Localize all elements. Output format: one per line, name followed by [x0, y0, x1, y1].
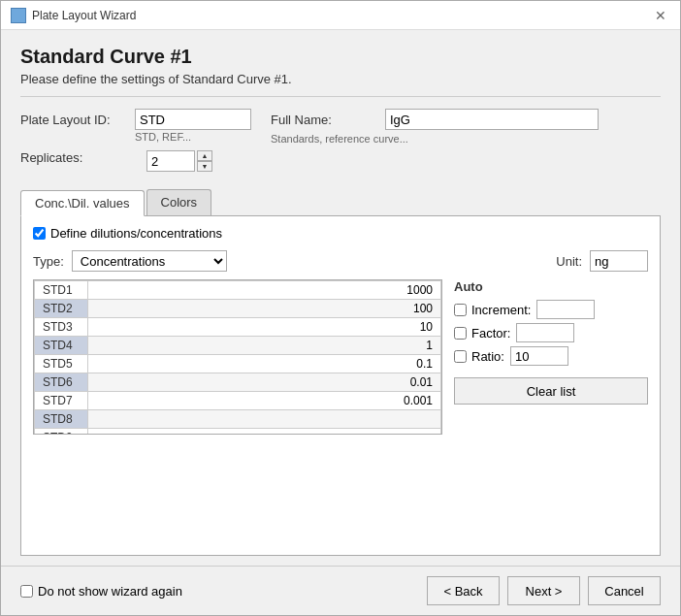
std-value-cell[interactable]: 0.01	[88, 373, 441, 392]
table-row: STD9	[35, 429, 441, 436]
ratio-row: Ratio:	[454, 346, 648, 366]
do-not-show-label[interactable]: Do not show wizard again	[20, 584, 182, 599]
define-checkbox-label[interactable]: Define dilutions/concentrations	[33, 226, 222, 241]
type-group: Type: Concentrations Dilutions	[33, 250, 227, 272]
ratio-checkbox-label[interactable]: Ratio:	[454, 349, 504, 364]
table-row: STD8	[35, 410, 441, 429]
factor-input[interactable]	[516, 323, 574, 342]
page-subtitle: Please define the settings of Standard C…	[20, 72, 661, 97]
unit-input[interactable]	[590, 250, 648, 272]
replicates-input[interactable]	[146, 150, 195, 172]
plate-layout-id-label: Plate Layout ID:	[20, 113, 127, 127]
app-icon	[11, 8, 26, 23]
title-bar: Plate Layout Wizard ✕	[1, 1, 680, 30]
increment-label: Increment:	[471, 303, 531, 317]
replicates-row: Replicates: ▲ ▼	[20, 150, 661, 172]
factor-checkbox[interactable]	[454, 327, 467, 340]
std-value-cell[interactable]: 10	[88, 318, 441, 337]
std-label-cell: STD8	[35, 410, 88, 429]
cancel-button[interactable]: Cancel	[588, 576, 661, 605]
std-value-cell[interactable]: 0.001	[88, 392, 441, 410]
std-value-cell[interactable]: 1000	[88, 281, 441, 300]
increment-checkbox-label[interactable]: Increment:	[454, 303, 531, 317]
do-not-show-checkbox[interactable]	[20, 585, 33, 598]
back-button[interactable]: < Back	[427, 576, 500, 605]
define-checkbox[interactable]	[33, 227, 46, 240]
factor-row: Factor:	[454, 323, 648, 342]
type-select[interactable]: Concentrations Dilutions	[72, 250, 227, 272]
table-row: STD310	[35, 318, 441, 337]
close-button[interactable]: ✕	[651, 6, 670, 25]
increment-row: Increment:	[454, 300, 648, 319]
next-button[interactable]: Next >	[507, 576, 580, 605]
full-name-group: Full Name: Standards, reference curve...	[271, 109, 599, 145]
title-text: Plate Layout Wizard	[32, 9, 136, 22]
define-row: Define dilutions/concentrations	[33, 226, 648, 241]
table-row: STD60.01	[35, 373, 441, 392]
ratio-input[interactable]	[510, 346, 568, 366]
tab-content-conc: Define dilutions/concentrations Type: Co…	[20, 216, 661, 556]
tab-bar: Conc.\Dil. values Colors	[20, 189, 661, 216]
bottom-buttons: < Back Next > Cancel	[427, 576, 661, 605]
factor-label: Factor:	[471, 326, 510, 340]
type-label: Type:	[33, 254, 64, 269]
tab-colors[interactable]: Colors	[146, 189, 212, 215]
dialog-container: Plate Layout Wizard ✕ Standard Curve #1 …	[0, 0, 681, 616]
std-value-cell[interactable]	[88, 410, 441, 429]
ratio-checkbox[interactable]	[454, 350, 467, 363]
std-value-cell[interactable]: 100	[88, 300, 441, 318]
title-bar-left: Plate Layout Wizard	[11, 8, 136, 23]
table-row: STD2100	[35, 300, 441, 318]
type-unit-row: Type: Concentrations Dilutions Unit:	[33, 250, 648, 272]
table-row: STD50.1	[35, 355, 441, 373]
std-label-cell: STD7	[35, 392, 88, 410]
unit-group: Unit:	[556, 250, 648, 272]
do-not-show-text: Do not show wizard again	[38, 584, 182, 599]
replicates-down[interactable]: ▼	[197, 161, 212, 172]
page-title: Standard Curve #1	[20, 46, 661, 68]
increment-checkbox[interactable]	[454, 304, 467, 316]
unit-label: Unit:	[556, 254, 582, 269]
bottom-left: Do not show wizard again	[20, 584, 182, 599]
replicates-group: ▲ ▼	[146, 150, 212, 172]
form-row-top: Plate Layout ID: STD, REF... Full Name: …	[20, 109, 661, 145]
clear-list-button[interactable]: Clear list	[454, 377, 648, 405]
plate-layout-id-group: Plate Layout ID: STD, REF...	[20, 109, 251, 143]
std-table: STD11000STD2100STD310STD41STD50.1STD60.0…	[34, 280, 441, 435]
std-label-cell: STD4	[35, 337, 88, 355]
plate-layout-id-row: Plate Layout ID:	[20, 109, 251, 130]
std-label-cell: STD2	[35, 300, 88, 318]
std-label-cell: STD9	[35, 429, 88, 436]
tab-conc-dil[interactable]: Conc.\Dil. values	[20, 190, 145, 216]
std-label-cell: STD6	[35, 373, 88, 392]
std-label-cell: STD1	[35, 281, 88, 300]
std-value-cell[interactable]	[88, 429, 441, 436]
std-value-cell[interactable]: 0.1	[88, 355, 441, 373]
full-name-hint: Standards, reference curve...	[271, 133, 599, 145]
table-row: STD41	[35, 337, 441, 355]
std-label-cell: STD5	[35, 355, 88, 373]
replicates-spinner: ▲ ▼	[197, 150, 212, 172]
tabs-container: Conc.\Dil. values Colors Define dilution…	[20, 189, 661, 556]
bottom-bar: Do not show wizard again < Back Next > C…	[1, 566, 680, 615]
table-row: STD11000	[35, 281, 441, 300]
full-name-input[interactable]	[385, 109, 599, 130]
full-name-label: Full Name:	[271, 113, 377, 127]
full-name-row: Full Name:	[271, 109, 599, 130]
replicates-label: Replicates:	[20, 150, 127, 165]
define-checkbox-text: Define dilutions/concentrations	[50, 226, 222, 241]
std-value-cell[interactable]: 1	[88, 337, 441, 355]
std-table-wrapper[interactable]: STD11000STD2100STD310STD41STD50.1STD60.0…	[33, 279, 442, 435]
std-label-cell: STD3	[35, 318, 88, 337]
table-auto-section: STD11000STD2100STD310STD41STD50.1STD60.0…	[33, 279, 648, 545]
table-row: STD70.001	[35, 392, 441, 410]
replicates-up[interactable]: ▲	[197, 150, 212, 161]
increment-input[interactable]	[536, 300, 595, 319]
main-content: Standard Curve #1 Please define the sett…	[1, 30, 680, 566]
auto-section: Auto Increment: Factor:	[454, 279, 648, 545]
plate-layout-id-input[interactable]	[135, 109, 251, 130]
factor-checkbox-label[interactable]: Factor:	[454, 326, 510, 340]
plate-layout-id-hint: STD, REF...	[135, 131, 251, 143]
table-section: STD11000STD2100STD310STD41STD50.1STD60.0…	[33, 279, 442, 545]
auto-label: Auto	[454, 279, 648, 294]
